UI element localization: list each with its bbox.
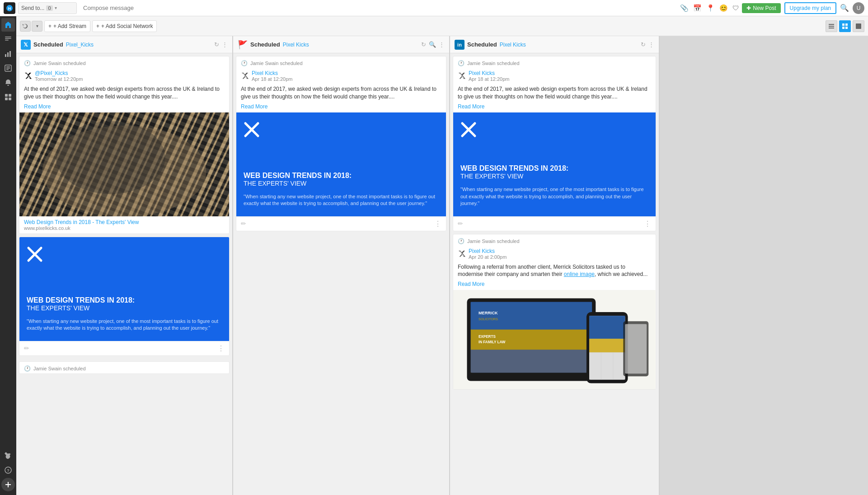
sidebar-item-home[interactable] xyxy=(1,18,15,32)
edit-icon[interactable]: ✏ xyxy=(24,345,29,352)
location-icon[interactable]: 📍 xyxy=(706,4,715,12)
sidebar-item-help[interactable]: ? xyxy=(1,463,15,477)
svg-rect-50 xyxy=(589,339,625,353)
post-actions-li: ✏ ⋮ xyxy=(453,216,656,231)
upgrade-button[interactable]: Upgrade my plan xyxy=(784,2,836,14)
stream-flag-actions: ↻ 🔍 ⋮ xyxy=(421,41,445,48)
edit-icon-li[interactable]: ✏ xyxy=(458,220,463,227)
post-meta-li-2: 🕐 Jamie Swain scheduled xyxy=(453,234,656,246)
stream-twitter: 𝕏 Scheduled Pixel_Kicks ↻ ⋮ 🕐 Jamie Swai… xyxy=(16,36,233,495)
svg-text:SOLICITORS: SOLICITORS xyxy=(479,318,498,321)
post-card-li-2: 🕐 Jamie Swain scheduled Pixel Kicks Apr … xyxy=(453,234,656,390)
add-stream-button[interactable]: + + Add Stream xyxy=(44,20,90,32)
new-post-button[interactable]: ✚ New Post xyxy=(742,3,780,13)
stream-linkedin-header: in Scheduled Pixel Kicks ↻ ⋮ xyxy=(450,36,659,53)
post-actions-flag: ✏ ⋮ xyxy=(236,216,446,231)
grid-view-button[interactable] xyxy=(839,20,851,32)
svg-point-30 xyxy=(56,121,165,194)
blue-card-sub-flag: THE EXPERTS' VIEW xyxy=(244,180,439,187)
svg-text:H: H xyxy=(8,6,11,11)
refresh-stream-icon[interactable]: ↻ xyxy=(214,41,219,48)
blue-card-titles-li: WEB DESIGN TRENDS IN 2018: THE EXPERTS' … xyxy=(460,164,648,180)
left-sidebar: ? xyxy=(0,16,16,495)
author-platform-icon xyxy=(24,72,32,80)
sidebar-item-content[interactable] xyxy=(1,61,15,75)
read-more-link-li-2[interactable]: Read More xyxy=(453,281,656,290)
stream-flag-body: 🕐 Jamie Swain scheduled Pixel Kicks Apr … xyxy=(233,53,449,495)
svg-rect-16 xyxy=(5,484,11,485)
more-options-icon-2[interactable]: ⋮ xyxy=(439,41,445,48)
post-meta: 🕐 Jamie Swain scheduled xyxy=(19,56,229,68)
avatar[interactable]: U xyxy=(853,2,864,14)
stream-flag-account: Pixel Kicks xyxy=(283,42,309,48)
read-more-link[interactable]: Read More xyxy=(19,103,229,112)
author-name-li-2: Pixel Kicks xyxy=(469,248,507,254)
more-icon-flag[interactable]: ⋮ xyxy=(434,219,441,228)
blue-card-main-title-flag: WEB DESIGN TRENDS IN 2018: xyxy=(244,171,439,180)
sidebar-item-add[interactable] xyxy=(1,478,15,491)
compose-input[interactable] xyxy=(80,5,677,11)
stream-flag-header: 🚩 Scheduled Pixel Kicks ↻ 🔍 ⋮ xyxy=(233,36,449,53)
scheduled-by-li: Jamie Swain scheduled xyxy=(467,61,520,66)
scheduled-by-flag: Jamie Swain scheduled xyxy=(250,61,303,66)
send-to-select[interactable]: Send to... 0 ▾ xyxy=(18,2,77,14)
author-icon-flag xyxy=(241,72,249,80)
read-more-link-li[interactable]: Read More xyxy=(453,103,656,112)
zebra-image xyxy=(19,112,229,216)
emoji-icon[interactable]: 😊 xyxy=(719,4,728,12)
tab-actions: + + Add Stream + + Add Social Network xyxy=(44,20,157,32)
scheduled-by-2: Jamie Swain scheduled xyxy=(33,366,86,371)
edit-icon-flag[interactable]: ✏ xyxy=(241,220,246,227)
post-author-li-2: Pixel Kicks Apr 20 at 2:00pm xyxy=(453,246,656,262)
top-bar-left: H Send to... 0 ▾ 📎 📅 📍 😊 🛡 xyxy=(4,2,739,14)
chevron-button[interactable]: ▾ xyxy=(32,21,42,32)
refresh-button[interactable] xyxy=(20,21,31,32)
attach-icon[interactable]: 📎 xyxy=(680,4,689,12)
sidebar-item-compose[interactable] xyxy=(1,33,15,46)
blue-card-space-li xyxy=(460,144,648,160)
post-meta-li: 🕐 Jamie Swain scheduled xyxy=(453,56,656,68)
merrick-image: MERRICK SOLICITORS EXPERTS IN FAMILY LAW xyxy=(453,290,656,389)
blue-card-quote-li: "When starting any new website project, … xyxy=(460,186,648,207)
sidebar-item-tools[interactable] xyxy=(1,449,15,462)
chevron-down-icon: ▾ xyxy=(55,5,57,10)
post-text-li: At the end of 2017, we asked web design … xyxy=(453,84,656,103)
refresh-stream-icon-3[interactable]: ↻ xyxy=(641,41,646,48)
list-view-button[interactable] xyxy=(826,20,837,32)
more-icon-li[interactable]: ⋮ xyxy=(644,219,651,228)
svg-rect-24 xyxy=(856,23,861,29)
sidebar-item-notifications[interactable] xyxy=(1,76,15,89)
stream-twitter-status: Scheduled xyxy=(33,41,63,48)
svg-rect-4 xyxy=(5,40,9,41)
svg-rect-17 xyxy=(829,24,834,25)
author-name-li: Pixel Kicks xyxy=(469,70,510,76)
add-social-button[interactable]: + + Add Social Network xyxy=(92,20,157,32)
more-options-icon-3[interactable]: ⋮ xyxy=(648,41,654,48)
more-options-icon[interactable]: ⋮ xyxy=(222,41,228,48)
compact-view-button[interactable] xyxy=(853,20,864,32)
blue-card: WEB DESIGN TRENDS IN 2018: THE EXPERTS' … xyxy=(19,237,229,341)
read-more-link-flag[interactable]: Read More xyxy=(236,103,446,112)
search-icon[interactable]: 🔍 xyxy=(840,4,849,12)
refresh-stream-icon-2[interactable]: ↻ xyxy=(421,41,426,48)
stream-linkedin: in Scheduled Pixel Kicks ↻ ⋮ 🕐 Jamie Swa… xyxy=(450,36,660,495)
stream-twitter-header: 𝕏 Scheduled Pixel_Kicks ↻ ⋮ xyxy=(16,36,232,53)
svg-rect-10 xyxy=(9,94,11,97)
sidebar-item-analytics[interactable] xyxy=(1,47,15,61)
chevron-icon: ▾ xyxy=(36,23,38,28)
sidebar-item-apps[interactable] xyxy=(1,90,15,104)
post-author-li: Pixel Kicks Apr 18 at 12:20pm xyxy=(453,68,656,84)
shield-icon[interactable]: 🛡 xyxy=(732,4,739,12)
top-bar-right: ✚ New Post Upgrade my plan 🔍 U xyxy=(742,2,864,14)
svg-rect-51 xyxy=(589,353,625,380)
svg-rect-18 xyxy=(829,26,834,27)
search-stream-icon[interactable]: 🔍 xyxy=(429,41,436,48)
more-icon[interactable]: ⋮ xyxy=(217,344,225,353)
svg-rect-19 xyxy=(829,28,834,28)
svg-rect-5 xyxy=(5,54,6,57)
post-card-bottom: 🕐 Jamie Swain scheduled xyxy=(19,361,230,374)
clock-icon-li-2: 🕐 xyxy=(458,238,464,244)
clock-icon: 🕐 xyxy=(24,60,31,66)
stream-linkedin-body: 🕐 Jamie Swain scheduled Pixel Kicks Apr … xyxy=(450,53,659,495)
calendar-icon[interactable]: 📅 xyxy=(693,4,702,12)
